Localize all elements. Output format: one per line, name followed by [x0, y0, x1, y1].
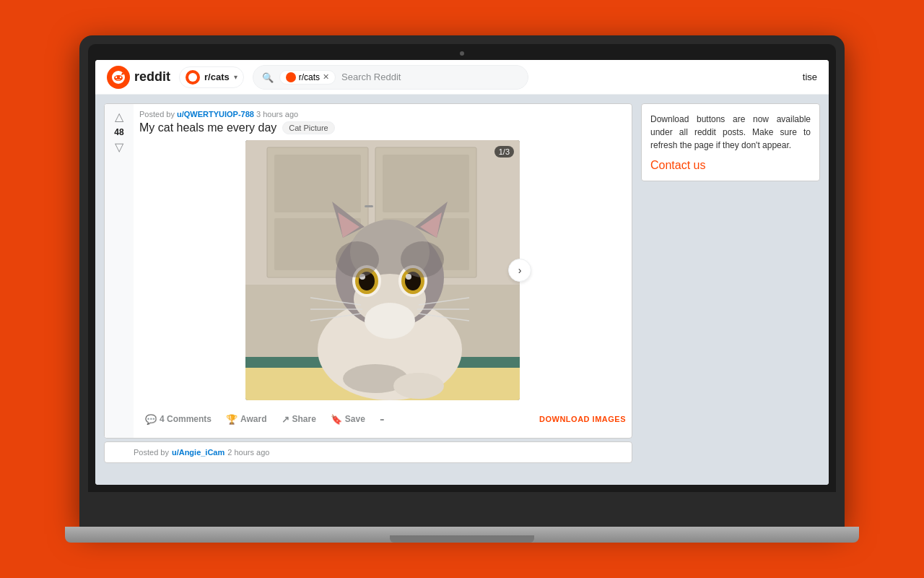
search-placeholder-text: Search Reddit: [341, 72, 401, 82]
vote-sidebar: △ 48 ▽: [105, 104, 134, 438]
post-author[interactable]: u/QWERTYUIOP-788: [177, 110, 254, 118]
post-card-2: Posted by u/Angie_iCam 2 hours ago: [104, 441, 632, 463]
tag-subreddit-name: r/cats: [299, 72, 320, 82]
more-button[interactable]: [374, 409, 389, 429]
svg-rect-13: [383, 155, 469, 212]
comments-button[interactable]: 4 Comments: [139, 409, 217, 429]
post-body: Posted by u/QWERTYUIOP-788 3 hours ago M…: [134, 104, 632, 438]
brand-name: reddit: [134, 69, 170, 85]
share-icon: [282, 413, 289, 425]
post-title-row: My cat heals me every day Cat Picture: [139, 121, 626, 134]
svg-point-34: [406, 274, 411, 280]
post-2-prefix: Posted by: [134, 448, 169, 457]
subreddit-selector[interactable]: r/cats ▾: [179, 66, 244, 88]
award-icon: [226, 413, 237, 425]
advertise-label: tise: [803, 72, 817, 82]
svg-point-43: [401, 241, 444, 277]
reddit-logo[interactable]: reddit: [107, 66, 170, 89]
image-counter: 1/3: [494, 146, 514, 158]
comment-icon: [145, 413, 157, 425]
downvote-button[interactable]: ▽: [113, 140, 125, 155]
reddit-header: reddit r/cats ▾ r/cats: [95, 60, 829, 95]
subreddit-icon: [186, 70, 200, 85]
post-2-time: 2 hours ago: [227, 448, 269, 457]
upvote-button[interactable]: △: [113, 110, 125, 124]
svg-rect-11: [274, 155, 361, 212]
post-actions: 4 Comments Award Share: [139, 406, 626, 432]
downvote-icon: ▽: [115, 142, 123, 153]
search-bar[interactable]: r/cats ✕ Search Reddit: [253, 65, 528, 90]
award-button[interactable]: Award: [220, 409, 272, 429]
screen-bezel: reddit r/cats ▾ r/cats: [88, 44, 836, 492]
post-card: △ 48 ▽ Posted: [104, 103, 632, 439]
sidebar: Download buttons are now available under…: [641, 95, 829, 485]
download-button[interactable]: DOWNLOAD IMAGES: [539, 415, 626, 423]
subreddit-tag: r/cats ✕: [279, 70, 336, 85]
svg-point-2: [116, 76, 117, 77]
share-button[interactable]: Share: [276, 409, 322, 429]
svg-point-19: [393, 373, 444, 399]
post-title: My cat heals me every day: [139, 121, 276, 134]
post-meta: Posted by u/QWERTYUIOP-788 3 hours ago: [139, 110, 626, 118]
more-icon: [380, 413, 383, 425]
svg-rect-10: [365, 205, 373, 207]
save-label: Save: [345, 414, 365, 424]
cat-svg: [245, 140, 520, 400]
main-content: △ 48 ▽ Posted: [95, 95, 829, 485]
feed: △ 48 ▽ Posted: [95, 95, 641, 485]
laptop-shell: reddit r/cats ▾ r/cats: [79, 35, 845, 527]
post-image: [245, 140, 520, 400]
info-text: Download buttons are now available under…: [650, 113, 811, 152]
search-icon: [262, 71, 274, 84]
post-2-meta: Posted by u/Angie_iCam 2 hours ago: [134, 448, 626, 457]
info-card: Download buttons are now available under…: [641, 103, 820, 181]
svg-point-44: [365, 303, 415, 339]
nav-next-button[interactable]: ›: [508, 259, 531, 282]
save-button[interactable]: Save: [325, 409, 371, 429]
award-label: Award: [240, 414, 266, 424]
svg-point-42: [336, 241, 379, 277]
svg-point-3: [120, 76, 121, 77]
laptop-base: [65, 527, 859, 543]
tag-subreddit-icon: [286, 72, 296, 82]
vote-count: 48: [114, 127, 123, 137]
contact-link[interactable]: Contact us: [650, 159, 705, 171]
post-time: 3 hours ago: [256, 110, 298, 118]
upvote-icon: △: [115, 111, 123, 123]
save-icon: [331, 413, 342, 425]
post-flair[interactable]: Cat Picture: [282, 121, 334, 134]
share-label: Share: [292, 414, 316, 424]
camera-dot: [460, 51, 464, 56]
comments-label: 4 Comments: [160, 414, 212, 424]
browser-screen: reddit r/cats ▾ r/cats: [95, 60, 829, 485]
subreddit-name: r/cats: [204, 72, 230, 82]
post-image-container: 1/3 ›: [245, 140, 520, 400]
chevron-down-icon: ▾: [234, 73, 237, 81]
reddit-icon: [107, 66, 130, 89]
post-2-author[interactable]: u/Angie_iCam: [172, 448, 225, 457]
tag-remove-icon[interactable]: ✕: [323, 72, 329, 82]
